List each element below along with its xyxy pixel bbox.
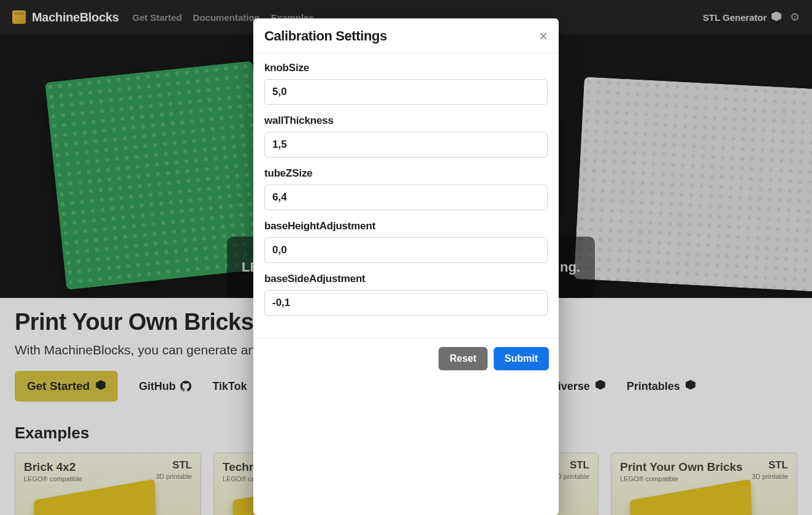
baseheightadjustment-input[interactable] xyxy=(264,237,548,263)
field-label: baseSideAdjustment xyxy=(264,273,548,285)
close-icon: × xyxy=(539,28,548,44)
modal-body: knobSize wallThickness tubeZSize baseHei… xyxy=(253,53,559,338)
calibration-modal: Calibration Settings × knobSize wallThic… xyxy=(253,18,559,515)
knobsize-input[interactable] xyxy=(264,79,548,105)
field-tubezsize: tubeZSize xyxy=(264,167,548,210)
modal-title: Calibration Settings xyxy=(264,28,387,44)
modal-overlay[interactable]: Calibration Settings × knobSize wallThic… xyxy=(0,0,812,515)
basesideadjustment-input[interactable] xyxy=(264,290,548,316)
field-knobsize: knobSize xyxy=(264,62,548,105)
field-basesideadjustment: baseSideAdjustment xyxy=(264,273,548,316)
field-label: baseHeightAdjustment xyxy=(264,220,548,232)
field-label: knobSize xyxy=(264,62,548,74)
submit-button[interactable]: Submit xyxy=(494,347,549,370)
tubezsize-input[interactable] xyxy=(264,185,548,210)
modal-close-button[interactable]: × xyxy=(539,29,548,44)
field-label: wallThickness xyxy=(264,115,548,127)
modal-footer: Reset Submit xyxy=(253,338,559,379)
wallthickness-input[interactable] xyxy=(264,132,548,158)
field-baseheightadjustment: baseHeightAdjustment xyxy=(264,220,548,263)
field-wallthickness: wallThickness xyxy=(264,115,548,158)
reset-button[interactable]: Reset xyxy=(439,347,488,370)
field-label: tubeZSize xyxy=(264,167,548,180)
modal-header: Calibration Settings × xyxy=(253,18,559,53)
